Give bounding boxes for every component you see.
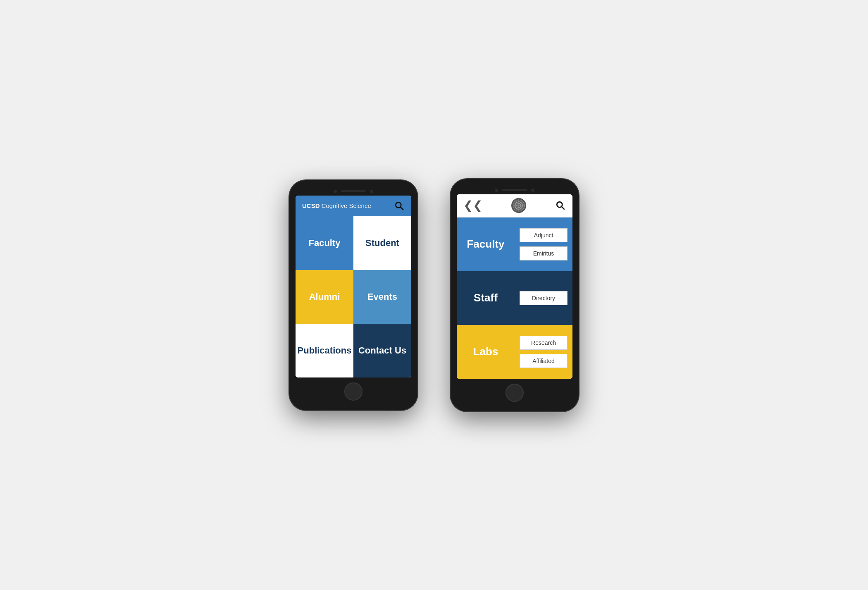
sub-section-staff: Staff Directory [457, 271, 572, 325]
phone-2-bottom-bar [457, 379, 572, 405]
home-button-2[interactable] [506, 384, 524, 402]
sub-menu-sections: Faculty Adjunct Emiritus Staff Directory… [457, 217, 572, 379]
menu-item-events[interactable]: Events [353, 270, 411, 324]
phone-1-top-bar [296, 186, 411, 196]
camera-dot-3 [495, 189, 498, 192]
faculty-items: Adjunct Emiritus [515, 217, 572, 271]
menu-item-student[interactable]: Student [353, 216, 411, 270]
labs-label: Labs [457, 325, 515, 379]
search-icon[interactable] [394, 201, 405, 211]
camera-dot-2 [370, 190, 373, 193]
faculty-label: Faculty [457, 217, 515, 271]
phone-1-bottom-bar [296, 377, 411, 404]
faculty-emiritus-button[interactable]: Emiritus [520, 246, 568, 260]
sub-section-labs: Labs Research Affiliated [457, 325, 572, 379]
staff-directory-button[interactable]: Directory [520, 291, 568, 305]
search-icon-2[interactable] [555, 200, 566, 211]
menu-item-alumni[interactable]: Alumni [296, 270, 353, 324]
labs-research-button[interactable]: Research [520, 336, 568, 350]
svg-line-8 [562, 207, 565, 210]
main-menu-grid: Faculty Student Alumni Events Publicatio… [296, 216, 411, 377]
svg-point-7 [557, 202, 562, 207]
home-button-1[interactable] [344, 382, 362, 401]
menu-item-faculty[interactable]: Faculty [296, 216, 353, 270]
speaker-bar-2 [502, 189, 527, 191]
phone-2-screen: ❮❮ Faculty Adjunct [457, 194, 572, 379]
phone-1: UCSD Cognitive Science Faculty Student A… [289, 180, 417, 410]
app-title-bold: UCSD [302, 202, 320, 209]
app-title: UCSD Cognitive Science [302, 202, 371, 209]
menu-item-publications[interactable]: Publications [296, 324, 353, 377]
camera-dot-4 [531, 189, 534, 192]
speaker-bar [341, 190, 366, 192]
app-title-regular: Cognitive Science [320, 202, 371, 209]
labs-items: Research Affiliated [515, 325, 572, 379]
staff-items: Directory [515, 271, 572, 325]
phone-2: ❮❮ Faculty Adjunct [451, 179, 579, 411]
svg-line-1 [401, 207, 403, 210]
staff-label: Staff [457, 271, 515, 325]
back-button[interactable]: ❮❮ [463, 200, 482, 211]
phone-2-top-bar [457, 185, 572, 194]
logo-icon [511, 198, 526, 213]
sub-header: ❮❮ [457, 194, 572, 217]
svg-point-0 [396, 202, 401, 208]
labs-affiliated-button[interactable]: Affiliated [520, 354, 568, 368]
app-header: UCSD Cognitive Science [296, 196, 411, 216]
camera-dot [334, 190, 337, 193]
faculty-adjunct-button[interactable]: Adjunct [520, 228, 568, 242]
phone-1-screen: UCSD Cognitive Science Faculty Student A… [296, 196, 411, 377]
menu-item-contact-us[interactable]: Contact Us [353, 324, 411, 377]
sub-section-faculty: Faculty Adjunct Emiritus [457, 217, 572, 271]
